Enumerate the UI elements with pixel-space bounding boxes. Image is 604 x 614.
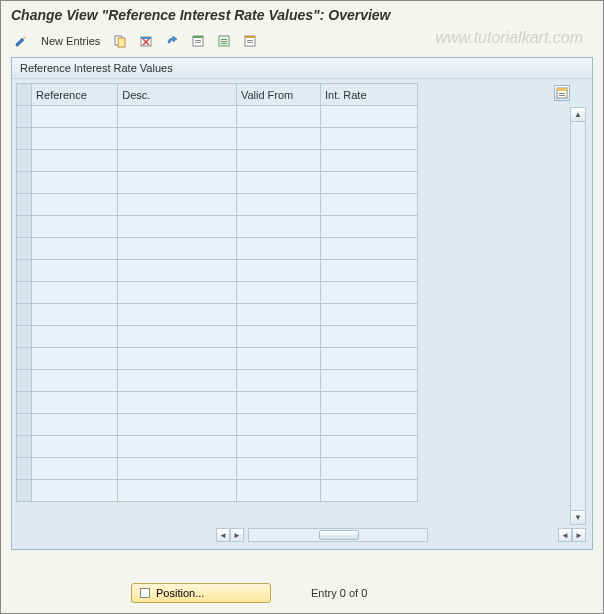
page-title: Change View "Reference Interest Rate Val… bbox=[1, 1, 603, 27]
svg-rect-18 bbox=[559, 93, 565, 94]
corner-cell bbox=[17, 84, 32, 106]
svg-rect-13 bbox=[245, 36, 255, 38]
svg-rect-7 bbox=[195, 42, 201, 43]
col-int-rate[interactable]: Int. Rate bbox=[320, 84, 417, 106]
position-icon bbox=[140, 588, 150, 598]
table-row[interactable] bbox=[17, 172, 418, 194]
table-row[interactable] bbox=[17, 260, 418, 282]
table-row[interactable] bbox=[17, 348, 418, 370]
watermark-text: www.tutorialkart.com bbox=[435, 29, 583, 47]
table-row[interactable] bbox=[17, 106, 418, 128]
scroll-right2-icon[interactable]: ► bbox=[572, 528, 586, 542]
hscroll-track[interactable] bbox=[248, 528, 428, 542]
table-row[interactable] bbox=[17, 150, 418, 172]
table-row[interactable] bbox=[17, 392, 418, 414]
table-row[interactable] bbox=[17, 282, 418, 304]
table-row[interactable] bbox=[17, 216, 418, 238]
table-row[interactable] bbox=[17, 304, 418, 326]
position-label: Position... bbox=[156, 587, 204, 599]
table-settings-icon[interactable] bbox=[554, 85, 570, 101]
grid-area: Reference Desc. Valid From Int. Rate bbox=[12, 79, 592, 549]
svg-rect-5 bbox=[193, 36, 203, 38]
svg-rect-6 bbox=[195, 40, 201, 41]
svg-rect-19 bbox=[559, 95, 565, 96]
scroll-down-icon[interactable]: ▼ bbox=[571, 510, 585, 524]
svg-rect-10 bbox=[221, 41, 227, 42]
delete-icon[interactable] bbox=[136, 31, 156, 51]
scroll-up-icon[interactable]: ▲ bbox=[571, 108, 585, 122]
scroll-left-icon[interactable]: ◄ bbox=[216, 528, 230, 542]
select-all-icon[interactable] bbox=[188, 31, 208, 51]
svg-rect-3 bbox=[141, 37, 151, 39]
vertical-scrollbar[interactable]: ▲ ▼ bbox=[570, 107, 586, 525]
table-row[interactable] bbox=[17, 128, 418, 150]
table-row[interactable] bbox=[17, 370, 418, 392]
table-row[interactable] bbox=[17, 414, 418, 436]
table-row[interactable] bbox=[17, 458, 418, 480]
position-button[interactable]: Position... bbox=[131, 583, 271, 603]
table-panel: Reference Interest Rate Values Reference… bbox=[11, 57, 593, 550]
data-table: Reference Desc. Valid From Int. Rate bbox=[16, 83, 418, 502]
table-row[interactable] bbox=[17, 326, 418, 348]
footer-bar: Position... Entry 0 of 0 bbox=[1, 583, 603, 603]
table-row[interactable] bbox=[17, 436, 418, 458]
scroll-right-icon[interactable]: ► bbox=[230, 528, 244, 542]
undo-change-icon[interactable] bbox=[162, 31, 182, 51]
svg-rect-17 bbox=[557, 88, 567, 91]
svg-rect-11 bbox=[221, 43, 227, 44]
horizontal-scroll-area: ◄ ► ◄ ► bbox=[16, 527, 586, 543]
col-reference[interactable]: Reference bbox=[32, 84, 118, 106]
table-row[interactable] bbox=[17, 238, 418, 260]
hscroll-thumb[interactable] bbox=[319, 530, 359, 540]
svg-rect-9 bbox=[221, 39, 227, 40]
scroll-left2-icon[interactable]: ◄ bbox=[558, 528, 572, 542]
toggle-display-change-icon[interactable] bbox=[11, 31, 31, 51]
deselect-all-icon[interactable] bbox=[240, 31, 260, 51]
entry-status: Entry 0 of 0 bbox=[311, 587, 367, 599]
col-valid-from[interactable]: Valid From bbox=[236, 84, 320, 106]
new-entries-button[interactable]: New Entries bbox=[37, 35, 104, 47]
svg-rect-1 bbox=[118, 38, 125, 47]
app-window: Change View "Reference Interest Rate Val… bbox=[0, 0, 604, 614]
svg-rect-14 bbox=[247, 40, 253, 41]
toolbar: New Entries www.tutorialkart.com bbox=[1, 27, 603, 57]
copy-as-icon[interactable] bbox=[110, 31, 130, 51]
svg-rect-15 bbox=[247, 42, 253, 43]
table-row[interactable] bbox=[17, 194, 418, 216]
table-row[interactable] bbox=[17, 480, 418, 502]
col-description[interactable]: Desc. bbox=[118, 84, 237, 106]
panel-title: Reference Interest Rate Values bbox=[12, 58, 592, 79]
select-block-icon[interactable] bbox=[214, 31, 234, 51]
